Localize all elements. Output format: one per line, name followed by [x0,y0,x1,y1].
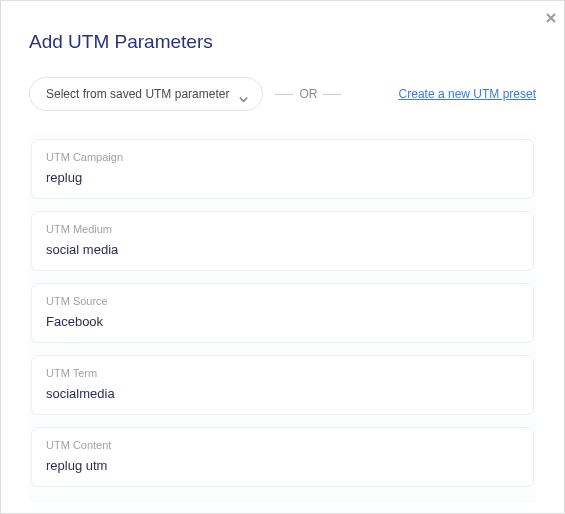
fields-container: UTM Campaign UTM Medium UTM Source UTM T… [29,135,536,503]
utm-campaign-input[interactable] [46,170,519,185]
utm-term-field[interactable]: UTM Term [31,355,534,415]
preset-row: Select from saved UTM parameter OR Creat… [29,77,536,111]
field-label: UTM Source [46,295,519,307]
field-label: UTM Medium [46,223,519,235]
dropdown-placeholder: Select from saved UTM parameter [46,87,229,101]
close-icon[interactable] [546,9,556,27]
utm-campaign-field[interactable]: UTM Campaign [31,139,534,199]
field-label: UTM Term [46,367,519,379]
chevron-down-icon [239,90,248,99]
utm-content-input[interactable] [46,458,519,473]
utm-source-field[interactable]: UTM Source [31,283,534,343]
utm-medium-input[interactable] [46,242,519,257]
utm-medium-field[interactable]: UTM Medium [31,211,534,271]
or-label: OR [299,87,317,101]
or-separator: OR [275,87,341,101]
saved-utm-dropdown[interactable]: Select from saved UTM parameter [29,77,263,111]
utm-term-input[interactable] [46,386,519,401]
utm-content-field[interactable]: UTM Content [31,427,534,487]
field-label: UTM Campaign [46,151,519,163]
utm-modal: Add UTM Parameters Select from saved UTM… [1,1,564,514]
create-preset-link[interactable]: Create a new UTM preset [399,87,536,101]
modal-title: Add UTM Parameters [29,31,536,53]
utm-source-input[interactable] [46,314,519,329]
field-label: UTM Content [46,439,519,451]
